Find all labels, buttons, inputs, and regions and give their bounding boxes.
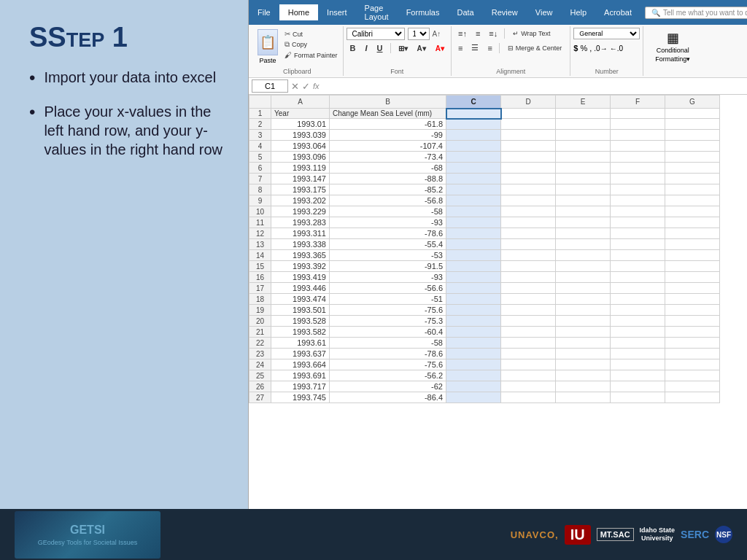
currency-button[interactable]: $ — [573, 44, 578, 52]
cell-c19[interactable] — [446, 305, 501, 316]
cell-g16[interactable] — [665, 272, 720, 283]
cell-a4[interactable]: 1993.064 — [271, 141, 330, 152]
cell-g5[interactable] — [665, 152, 720, 163]
align-right-button[interactable]: ≡ — [484, 42, 495, 54]
number-format-select[interactable]: General — [573, 28, 640, 39]
cell-f21[interactable] — [611, 327, 665, 338]
ribbon-search-box[interactable]: 🔍 Tell me what you want to do — [645, 7, 747, 19]
cell-e18[interactable] — [556, 294, 611, 305]
insert-function-button[interactable]: fx — [313, 82, 320, 90]
tab-view[interactable]: View — [527, 4, 562, 20]
tab-formulas[interactable]: Formulas — [398, 4, 449, 20]
cell-g13[interactable] — [665, 239, 720, 250]
cell-e20[interactable] — [556, 316, 611, 327]
confirm-formula-button[interactable]: ✓ — [302, 81, 310, 92]
paste-button[interactable]: 📋 Paste — [255, 28, 281, 66]
cell-b14[interactable]: -53 — [330, 250, 446, 261]
cell-d19[interactable] — [501, 305, 556, 316]
cell-b1[interactable]: Change Mean Sea Level (mm) — [330, 109, 446, 119]
cell-c4[interactable] — [446, 141, 501, 152]
cell-g26[interactable] — [665, 381, 720, 392]
tab-insert[interactable]: Insert — [318, 4, 356, 20]
cell-b27[interactable]: -86.4 — [330, 392, 446, 403]
cell-c8[interactable] — [446, 184, 501, 195]
cell-b13[interactable]: -55.4 — [330, 239, 446, 250]
cell-g19[interactable] — [665, 305, 720, 316]
cell-f23[interactable] — [611, 349, 665, 359]
cell-b18[interactable]: -51 — [330, 294, 446, 305]
cell-e4[interactable] — [556, 141, 611, 152]
conditional-formatting-button[interactable]: ▦ Conditional Formatting▾ — [655, 30, 690, 64]
tab-review[interactable]: Review — [483, 4, 527, 20]
cell-f9[interactable] — [611, 195, 665, 206]
cell-d20[interactable] — [501, 316, 556, 327]
cell-e1[interactable] — [556, 109, 611, 119]
cell-a9[interactable]: 1993.202 — [271, 195, 330, 206]
cell-c15[interactable] — [446, 261, 501, 272]
cell-c3[interactable] — [446, 130, 501, 141]
cell-b16[interactable]: -93 — [330, 272, 446, 283]
cell-d6[interactable] — [501, 163, 556, 174]
cell-g14[interactable] — [665, 250, 720, 261]
cell-f27[interactable] — [611, 392, 665, 403]
cell-e21[interactable] — [556, 327, 611, 338]
cell-e2[interactable] — [556, 119, 611, 130]
cell-g6[interactable] — [665, 163, 720, 174]
cell-d3[interactable] — [501, 130, 556, 141]
bold-button[interactable]: B — [347, 42, 360, 54]
cell-e24[interactable] — [556, 359, 611, 370]
cell-e27[interactable] — [556, 392, 611, 403]
cell-f26[interactable] — [611, 381, 665, 392]
cell-b25[interactable]: -56.2 — [330, 370, 446, 381]
cell-e7[interactable] — [556, 174, 611, 184]
col-header-d[interactable]: D — [501, 96, 556, 109]
cell-a25[interactable]: 1993.691 — [271, 370, 330, 381]
cell-d11[interactable] — [501, 217, 556, 228]
cell-b2[interactable]: -61.8 — [330, 119, 446, 130]
cell-d7[interactable] — [501, 174, 556, 184]
cell-f5[interactable] — [611, 152, 665, 163]
font-name-select[interactable]: Calibri — [347, 28, 405, 40]
cell-c25[interactable] — [446, 370, 501, 381]
align-center-button[interactable]: ☰ — [468, 42, 482, 54]
cell-g27[interactable] — [665, 392, 720, 403]
cell-b22[interactable]: -58 — [330, 338, 446, 349]
cell-f12[interactable] — [611, 228, 665, 239]
cell-f4[interactable] — [611, 141, 665, 152]
cell-c20[interactable] — [446, 316, 501, 327]
cell-c9[interactable] — [446, 195, 501, 206]
cell-c13[interactable] — [446, 239, 501, 250]
cell-c5[interactable] — [446, 152, 501, 163]
cell-g4[interactable] — [665, 141, 720, 152]
cell-e15[interactable] — [556, 261, 611, 272]
col-header-b[interactable]: B — [330, 96, 446, 109]
fill-color-button[interactable]: A▾ — [414, 43, 430, 54]
comma-button[interactable]: , — [589, 44, 592, 52]
cell-g24[interactable] — [665, 359, 720, 370]
cell-f10[interactable] — [611, 206, 665, 217]
cell-d16[interactable] — [501, 272, 556, 283]
cell-f1[interactable] — [611, 109, 665, 119]
cell-a22[interactable]: 1993.61 — [271, 338, 330, 349]
cell-a17[interactable]: 1993.446 — [271, 283, 330, 294]
cell-f25[interactable] — [611, 370, 665, 381]
cell-a27[interactable]: 1993.745 — [271, 392, 330, 403]
cell-a18[interactable]: 1993.474 — [271, 294, 330, 305]
cell-f19[interactable] — [611, 305, 665, 316]
cell-f22[interactable] — [611, 338, 665, 349]
cell-a20[interactable]: 1993.528 — [271, 316, 330, 327]
align-top-button[interactable]: ≡↑ — [454, 28, 471, 39]
formula-input[interactable] — [322, 80, 744, 92]
cell-d4[interactable] — [501, 141, 556, 152]
cell-e8[interactable] — [556, 184, 611, 195]
cell-d13[interactable] — [501, 239, 556, 250]
wrap-text-button[interactable]: ↵ Wrap Text — [508, 28, 555, 39]
cell-c22[interactable] — [446, 338, 501, 349]
col-header-f[interactable]: F — [611, 96, 665, 109]
cell-f20[interactable] — [611, 316, 665, 327]
cell-b8[interactable]: -85.2 — [330, 184, 446, 195]
cell-a10[interactable]: 1993.229 — [271, 206, 330, 217]
increase-decimal-button[interactable]: .0→ — [594, 44, 607, 52]
cut-button[interactable]: ✂ Cut — [282, 29, 340, 39]
cell-b20[interactable]: -75.3 — [330, 316, 446, 327]
